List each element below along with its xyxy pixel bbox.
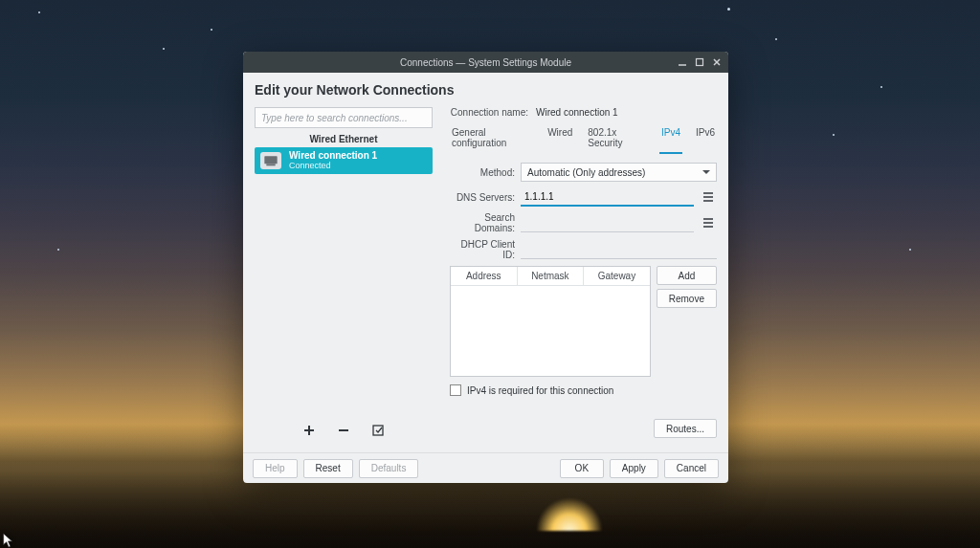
ethernet-icon [260,152,281,169]
svg-rect-5 [266,164,275,165]
method-select[interactable]: Automatic (Only addresses) [521,163,717,182]
svg-rect-4 [264,156,277,164]
titlebar[interactable]: Connections — System Settings Module [243,52,728,73]
netmask-col-header[interactable]: Netmask [518,267,585,285]
tab-ipv4[interactable]: IPv4 [659,125,682,154]
apply-button[interactable]: Apply [610,459,658,478]
chevron-down-icon [702,170,710,174]
connection-name-value[interactable]: Wired connection 1 [536,107,618,118]
ipv4-required-label: IPv4 is required for this connection [467,385,613,396]
page-title: Edit your Network Connections [255,82,717,98]
maximize-button[interactable] [694,56,705,68]
reset-button[interactable]: Reset [303,459,353,478]
tab-bar: General configuration Wired 802.1x Secur… [450,125,717,155]
method-label: Method: [450,167,515,178]
connection-item-name: Wired connection 1 [289,151,377,162]
minimize-button[interactable] [677,56,688,68]
gateway-col-header[interactable]: Gateway [584,267,650,285]
cancel-button[interactable]: Cancel [664,459,719,478]
close-button[interactable] [711,56,723,68]
add-connection-button[interactable] [301,422,318,439]
connection-group-header: Wired Ethernet [255,134,433,144]
search-domains-input[interactable] [521,213,694,232]
tab-general[interactable]: General configuration [450,125,534,154]
window-title: Connections — System Settings Module [400,57,571,68]
dhcp-client-id-label: DHCP Client ID: [450,239,515,260]
search-domains-label: Search Domains: [450,212,515,233]
tab-wired[interactable]: Wired [546,125,574,154]
tab-security[interactable]: 802.1x Security [586,125,648,154]
defaults-button[interactable]: Defaults [359,459,419,478]
remove-connection-button[interactable] [335,422,352,439]
connection-list: Wired connection 1 Connected [255,146,433,416]
method-value: Automatic (Only addresses) [527,167,645,178]
routes-button[interactable]: Routes... [654,419,717,438]
dns-servers-label: DNS Servers: [450,192,515,203]
export-connection-button[interactable] [369,422,387,439]
connection-name-label: Connection name: [450,107,528,118]
svg-rect-9 [373,426,383,435]
add-address-button[interactable]: Add [657,266,717,285]
dialog-footer: Help Reset Defaults OK Apply Cancel [243,452,728,483]
ok-button[interactable]: OK [560,459,604,478]
address-table[interactable]: Address Netmask Gateway [450,266,651,377]
connection-search-input[interactable] [255,107,433,128]
search-domains-edit-list-button[interactable] [700,214,717,231]
svg-rect-1 [697,59,703,66]
connection-item-wired1[interactable]: Wired connection 1 Connected [255,147,433,174]
settings-window: Connections — System Settings Module Edi… [243,52,728,483]
mouse-cursor-icon [2,533,15,548]
address-col-header[interactable]: Address [451,267,518,285]
help-button[interactable]: Help [253,459,298,478]
tab-ipv6[interactable]: IPv6 [694,125,717,154]
remove-address-button[interactable]: Remove [657,289,717,308]
ipv4-required-checkbox[interactable] [450,384,461,396]
dhcp-client-id-input[interactable] [521,240,717,259]
dns-servers-input[interactable] [521,187,694,207]
connection-item-status: Connected [289,162,377,170]
dns-edit-list-button[interactable] [700,188,717,206]
